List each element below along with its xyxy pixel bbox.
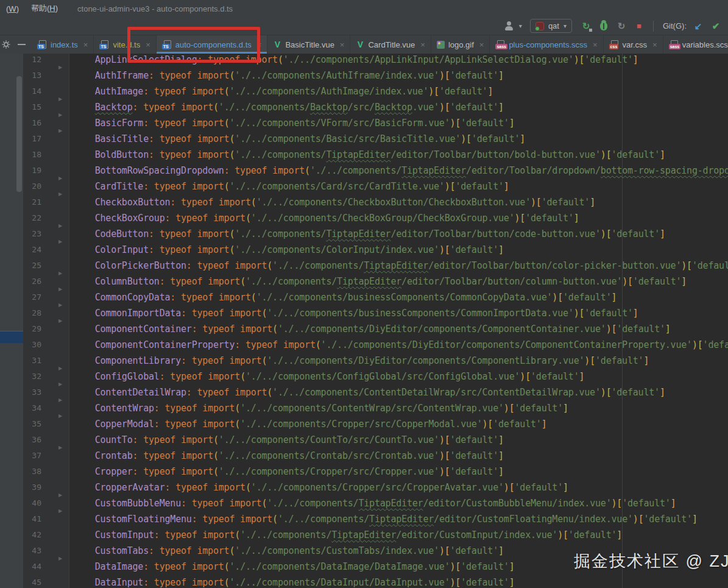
fold-arrow-icon[interactable]: ▶ <box>58 503 62 519</box>
fold-arrow-icon[interactable]: ▶ <box>58 282 62 297</box>
fold-arrow-icon[interactable]: ▶ <box>58 107 62 123</box>
git-update-icon[interactable]: ↙ <box>692 20 704 32</box>
fold-arrow-icon[interactable]: ▶ <box>58 234 62 250</box>
close-icon[interactable]: × <box>146 40 150 49</box>
fold-arrow-icon[interactable]: ▶ <box>58 297 62 313</box>
line-number: 26 <box>23 274 41 289</box>
gear-icon[interactable] <box>2 40 10 49</box>
tab-BasicTitle.vue[interactable]: VBasicTitle.vue× <box>267 35 350 54</box>
code-line[interactable]: ComponentContainerProperty: typeof impor… <box>84 337 728 353</box>
tab-plus-components.scss[interactable]: sassplus-components.scss× <box>490 35 603 54</box>
gutter-row: 24▶ <box>23 242 69 258</box>
fold-arrow-icon[interactable]: ▶ <box>58 551 62 567</box>
user-avatar-icon[interactable] <box>504 21 514 30</box>
fold-arrow-icon[interactable]: ▶ <box>58 171 62 186</box>
close-icon[interactable]: × <box>652 40 657 49</box>
fold-arrow-icon[interactable]: ▶ <box>58 377 62 392</box>
fold-arrow-icon[interactable]: ▶ <box>58 487 62 503</box>
code-line[interactable]: BoldButton: typeof import('./../componen… <box>84 147 728 163</box>
run-config-label: qat <box>548 21 559 30</box>
menu-item-window[interactable]: (W) <box>0 4 25 13</box>
code-line[interactable]: ComponentContainer: typeof import('./../… <box>84 321 728 337</box>
code-line[interactable]: ColumnButton: typeof import('./../compon… <box>84 274 728 289</box>
code-line[interactable]: ConfigGlobal: typeof import('./../compon… <box>84 369 728 384</box>
fold-arrow-icon[interactable]: ▶ <box>58 361 62 377</box>
fold-arrow-icon[interactable]: ▶ <box>58 313 62 329</box>
code-line[interactable]: BasicTitle: typeof import('./../componen… <box>84 131 728 147</box>
fold-arrow-icon[interactable]: ▶ <box>58 408 62 424</box>
tab-label: auto-components.d.ts <box>175 40 252 49</box>
code-line[interactable]: CropperAvatar: typeof import('./../compo… <box>84 480 728 495</box>
code-line[interactable]: CustomBubbleMenu: typeof import('./../co… <box>84 495 728 511</box>
rerun-button[interactable]: ↻ <box>580 20 592 32</box>
gutter-row: 38 <box>23 464 69 480</box>
menu-item-help[interactable]: 帮助(H) <box>25 3 64 14</box>
git-commit-icon[interactable]: ✔ <box>710 20 722 32</box>
tab-logo.gif[interactable]: logo.gif× <box>431 35 490 54</box>
fold-arrow-icon[interactable]: ▶ <box>58 91 62 107</box>
code-line[interactable]: ColorInput: typeof import('./../componen… <box>84 242 728 258</box>
fold-arrow-icon[interactable]: ▶ <box>58 440 62 456</box>
tab-CardTitle.vue[interactable]: VCardTitle.vue× <box>350 35 431 54</box>
code-line[interactable]: Backtop: typeof import('./../components/… <box>84 99 728 115</box>
code-line[interactable]: CustomFloatingMenu: typeof import('./../… <box>84 511 728 527</box>
run-config-select[interactable]: qat ▾ <box>530 19 572 33</box>
code-line[interactable]: CodeButton: typeof import('./../componen… <box>84 226 728 242</box>
tab-var.css[interactable]: cssvar.css× <box>604 35 663 54</box>
code-line[interactable]: ColorPickerButton: typeof import('./../c… <box>84 258 728 274</box>
code-line[interactable]: CopperModal: typeof import('./../compone… <box>84 416 728 432</box>
close-icon[interactable]: × <box>593 40 598 49</box>
watermark: 掘金技术社区 @ ZJl <box>574 550 728 572</box>
gutter-row: 45 <box>23 575 69 588</box>
tab-vite.d.ts[interactable]: TSvite.d.ts× <box>94 35 156 54</box>
tab-index.ts[interactable]: TSindex.ts× <box>32 35 94 54</box>
line-number: 24 <box>23 242 41 258</box>
code-line[interactable]: CardTitle: typeof import('./../component… <box>84 179 728 194</box>
editor-tab-bar: TSindex.ts×TSvite.d.ts×TSauto-components… <box>0 35 728 54</box>
css-file-icon: css <box>609 40 619 49</box>
fold-arrow-icon[interactable]: ▶ <box>58 186 62 202</box>
debug-icon[interactable] <box>600 22 607 30</box>
close-icon[interactable]: × <box>257 40 262 49</box>
stop-icon[interactable]: ■ <box>633 20 645 32</box>
code-line[interactable]: ContentDetailWrap: typeof import('./../c… <box>84 384 728 400</box>
code-line[interactable]: CommonCopyData: typeof import('./../comp… <box>84 289 728 305</box>
code-line[interactable]: ContentWrap: typeof import('./../compone… <box>84 400 728 416</box>
code-line[interactable]: CustomInput: typeof import('./../compone… <box>84 527 728 543</box>
close-icon[interactable]: × <box>340 40 345 49</box>
fold-arrow-icon[interactable]: ▶ <box>58 218 62 234</box>
ts-file-icon: TS <box>37 40 47 49</box>
code-line[interactable]: AuthImage: typeof import('./../component… <box>84 83 728 99</box>
code-line[interactable]: AuthIframe: typeof import('./../componen… <box>84 68 728 83</box>
close-icon[interactable]: × <box>83 40 88 49</box>
code-line[interactable]: ComponentLibrary: typeof import('./../co… <box>84 353 728 369</box>
chevron-down-icon[interactable]: ▾ <box>519 23 522 29</box>
sass-file-icon: sass <box>669 40 679 49</box>
minimize-icon[interactable] <box>18 44 26 45</box>
code-line[interactable]: CheckboxButton: typeof import('./../comp… <box>84 194 728 210</box>
coverage-icon[interactable]: ↻ <box>615 20 627 32</box>
code-line[interactable]: Cropper: typeof import('./../components/… <box>84 464 728 480</box>
close-icon[interactable]: × <box>420 40 425 49</box>
tab-variables.scss[interactable]: sassvariables.scss× <box>663 35 728 54</box>
tab-auto-components.d.ts[interactable]: TSauto-components.d.ts× <box>157 35 268 54</box>
line-number: 38 <box>23 464 41 480</box>
code-line[interactable]: CheckBoxGroup: typeof import('./../compo… <box>84 210 728 226</box>
toolbar-divider <box>653 21 654 32</box>
stripe-scrollbar-thumb[interactable] <box>16 76 22 192</box>
close-icon[interactable]: × <box>479 40 484 49</box>
code-line[interactable]: CommonImportData: typeof import('./../co… <box>84 305 728 321</box>
code-line[interactable]: BasicForm: typeof import('./../component… <box>84 115 728 131</box>
code-line[interactable]: CountTo: typeof import('./../components/… <box>84 432 728 448</box>
fold-arrow-icon[interactable]: ▶ <box>58 123 62 139</box>
code-line[interactable]: BottomRowSpacingDropdown: typeof import(… <box>84 163 728 179</box>
fold-arrow-icon[interactable]: ▶ <box>58 392 62 408</box>
fold-arrow-icon[interactable]: ▶ <box>58 60 62 76</box>
code-line[interactable]: Crontab: typeof import('./../components/… <box>84 448 728 464</box>
fold-arrow-icon[interactable]: ▶ <box>58 266 62 282</box>
code-line[interactable]: DataInput: typeof import('./../component… <box>84 575 728 588</box>
code-line[interactable]: AppLinkSelectDialog: typeof import('./..… <box>84 54 728 68</box>
code-editor[interactable]: AppLinkSelectDialog: typeof import('./..… <box>69 54 728 588</box>
tab-label: index.ts <box>51 40 78 49</box>
line-number: 41 <box>23 511 41 527</box>
